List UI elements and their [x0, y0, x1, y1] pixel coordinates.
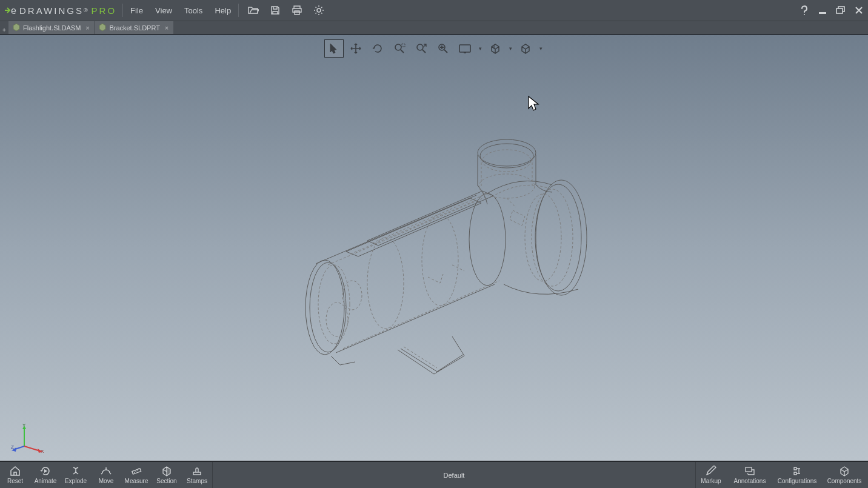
document-tabs: + Flashlight.SLDASM × Bracket.SLDPRT × [0, 21, 868, 34]
divider [238, 4, 239, 17]
svg-point-18 [535, 184, 581, 291]
open-button[interactable] [242, 0, 264, 21]
svg-point-15 [422, 215, 458, 306]
zoom-fit-tool[interactable] [412, 39, 431, 58]
print-button[interactable] [286, 0, 308, 21]
animate-label: Animate [35, 478, 57, 484]
configurations-button[interactable]: Configurations [773, 462, 821, 488]
configurations-label: Configurations [778, 478, 816, 484]
close-button[interactable] [850, 0, 868, 21]
svg-rect-9 [459, 45, 470, 52]
svg-marker-30 [38, 449, 42, 453]
add-tab-button[interactable]: + [0, 21, 8, 34]
svg-point-14 [367, 238, 404, 329]
save-button[interactable] [264, 0, 286, 21]
markup-button[interactable]: Markup [696, 462, 726, 488]
brand-name: DRAWINGS [19, 5, 84, 16]
zoom-tool[interactable] [433, 39, 453, 58]
annotations-label: Annotations [734, 478, 766, 484]
select-tool[interactable] [324, 39, 344, 58]
svg-point-13 [318, 265, 350, 344]
pan-tool[interactable] [346, 39, 366, 58]
section-label: Section [156, 478, 176, 484]
tab-bracket[interactable]: Bracket.SLDPRT × [95, 21, 174, 34]
move-label: Move [99, 478, 113, 484]
options-button[interactable] [308, 0, 330, 21]
explode-label: Explode [65, 478, 87, 484]
measure-button[interactable]: Measure [121, 462, 152, 488]
close-tab-button[interactable]: × [162, 24, 171, 32]
svg-text:e: e [11, 5, 16, 16]
svg-rect-6 [402, 44, 405, 47]
menu-file[interactable]: File [124, 0, 149, 21]
axis-triad: Y X Z [11, 423, 45, 453]
move-button[interactable]: Move [91, 462, 121, 488]
help-button[interactable] [795, 0, 813, 21]
tab-label: Bracket.SLDPRT [109, 24, 160, 32]
svg-point-22 [480, 144, 533, 168]
model-wireframe [246, 95, 622, 401]
svg-point-20 [525, 194, 561, 281]
tab-flashlight[interactable]: Flashlight.SLDASM × [8, 21, 95, 34]
svg-point-7 [417, 44, 423, 50]
maximize-button[interactable] [832, 0, 850, 21]
close-tab-button[interactable]: × [83, 24, 92, 32]
markup-label: Markup [701, 478, 721, 484]
config-name: Default [444, 472, 465, 479]
svg-point-11 [305, 260, 344, 355]
svg-point-19 [532, 189, 573, 286]
part-icon [98, 23, 107, 33]
menu-tools[interactable]: Tools [178, 0, 209, 21]
view-toolbar: ▾ ▾ ▾ [324, 39, 544, 58]
components-label: Components [827, 478, 862, 484]
components-button[interactable]: Components [821, 462, 868, 488]
svg-rect-39 [746, 467, 752, 472]
stamps-label: Stamps [187, 478, 207, 484]
menu-view[interactable]: View [149, 0, 178, 21]
view-orientation-tool[interactable] [516, 39, 535, 58]
quick-actions [242, 0, 330, 21]
brand-reg: ® [84, 7, 88, 13]
svg-point-16 [469, 193, 506, 286]
bottom-right-tools: Markup Annotations Configurations Compon… [696, 462, 868, 488]
reset-button[interactable]: Reset [0, 462, 30, 488]
status-config[interactable]: Default [213, 462, 695, 488]
perspective-dropdown[interactable]: ▾ [477, 45, 483, 52]
zoom-area-tool[interactable] [390, 39, 409, 58]
display-style-dropdown[interactable]: ▾ [507, 45, 513, 52]
svg-marker-28 [22, 426, 26, 429]
svg-line-31 [13, 446, 24, 450]
svg-rect-10 [464, 52, 466, 53]
svg-point-23 [482, 150, 531, 172]
animate-button[interactable]: Animate [30, 462, 61, 488]
explode-button[interactable]: Explode [61, 462, 91, 488]
svg-point-25 [326, 302, 348, 336]
3d-viewport[interactable]: ▾ ▾ ▾ [0, 34, 868, 461]
menu-help[interactable]: Help [209, 0, 237, 21]
svg-text:Y: Y [22, 423, 26, 428]
edrawings-logo-icon: e [4, 4, 17, 17]
window-controls [795, 0, 868, 21]
svg-rect-2 [819, 12, 826, 14]
annotations-button[interactable]: Annotations [726, 462, 773, 488]
stamps-button[interactable]: Stamps [182, 462, 212, 488]
title-bar: e DRAWINGS® PRO File View Tools Help [0, 0, 868, 21]
svg-text:X: X [41, 449, 44, 453]
minimize-button[interactable] [813, 0, 832, 21]
section-button[interactable]: Section [152, 462, 182, 488]
svg-text:Z: Z [11, 444, 14, 450]
svg-point-24 [479, 174, 535, 198]
view-orientation-dropdown[interactable]: ▾ [538, 45, 544, 52]
reset-label: Reset [7, 478, 23, 484]
svg-marker-32 [12, 447, 16, 452]
svg-rect-38 [193, 472, 201, 475]
main-menu: File View Tools Help [124, 0, 237, 21]
divider [122, 4, 123, 17]
display-style-tool[interactable] [486, 39, 505, 58]
perspective-tool[interactable] [455, 39, 475, 58]
measure-label: Measure [125, 478, 149, 484]
bottom-left-tools: Reset Animate Explode Move Measure Secti… [0, 462, 212, 488]
svg-point-5 [395, 44, 401, 50]
assembly-icon [12, 23, 21, 33]
rotate-tool[interactable] [368, 39, 387, 58]
